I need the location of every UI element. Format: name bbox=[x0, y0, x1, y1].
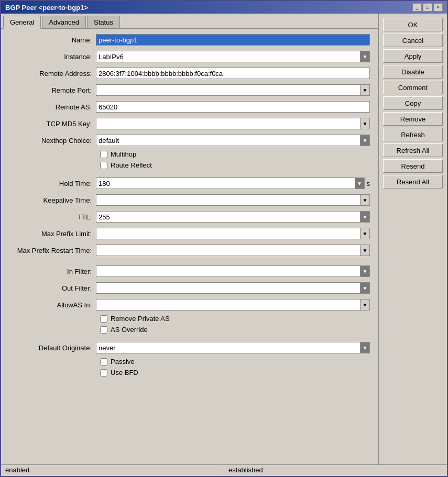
main-window: BGP Peer <peer-to-bgp1> _ □ × General Ad… bbox=[0, 0, 448, 477]
refresh-all-button[interactable]: Refresh All bbox=[383, 143, 443, 157]
tcp-md5-row: TCP MD5 Key: ▼ bbox=[9, 117, 370, 130]
tab-bar: General Advanced Status bbox=[1, 14, 378, 29]
tcp-md5-label: TCP MD5 Key: bbox=[9, 120, 96, 128]
ok-button[interactable]: OK bbox=[383, 18, 443, 31]
ttl-input[interactable] bbox=[96, 211, 360, 223]
as-override-row: AS Override bbox=[9, 326, 370, 334]
remote-address-label: Remote Address: bbox=[9, 70, 96, 77]
use-bfd-checkbox[interactable] bbox=[100, 369, 107, 376]
allowas-row: AllowAS In: ▼ bbox=[9, 298, 370, 312]
route-reflect-checkbox[interactable] bbox=[100, 162, 107, 169]
multihop-label: Multihop bbox=[111, 150, 136, 158]
nexthop-dropdown-btn[interactable]: ▼ bbox=[360, 135, 370, 146]
nexthop-row: Nexthop Choice: ▼ bbox=[9, 134, 370, 147]
instance-row: Instance: ▼ bbox=[9, 50, 370, 63]
max-prefix-restart-dropdown-btn[interactable]: ▼ bbox=[360, 245, 370, 256]
hold-time-unit: s bbox=[367, 180, 370, 187]
ttl-dropdown-btn[interactable]: ▼ bbox=[360, 211, 370, 223]
hold-time-dropdown-btn[interactable]: ▼ bbox=[355, 178, 365, 189]
max-prefix-dropdown-btn[interactable]: ▼ bbox=[360, 228, 370, 239]
out-filter-dropdown-btn[interactable]: ▼ bbox=[360, 282, 370, 294]
minimize-button[interactable]: _ bbox=[412, 3, 422, 12]
remote-as-label: Remote AS: bbox=[9, 103, 96, 111]
tcp-md5-input[interactable] bbox=[96, 118, 360, 129]
keepalive-dropdown-btn[interactable]: ▼ bbox=[360, 194, 370, 206]
remove-private-as-row: Remove Private AS bbox=[9, 315, 370, 323]
tab-advanced[interactable]: Advanced bbox=[42, 16, 86, 28]
refresh-button[interactable]: Refresh bbox=[383, 128, 443, 141]
use-bfd-label: Use BFD bbox=[111, 369, 138, 376]
tcp-md5-wrapper: ▼ bbox=[96, 118, 370, 129]
comment-button[interactable]: Comment bbox=[383, 81, 443, 94]
title-bar: BGP Peer <peer-to-bgp1> _ □ × bbox=[1, 1, 447, 14]
max-prefix-restart-input[interactable] bbox=[96, 245, 360, 256]
in-filter-label: In Filter: bbox=[9, 268, 96, 275]
as-override-checkbox[interactable] bbox=[100, 326, 107, 334]
max-prefix-restart-wrapper: ▼ bbox=[96, 245, 370, 256]
remote-port-wrapper: ▼ bbox=[96, 84, 370, 96]
as-override-label: AS Override bbox=[111, 326, 148, 334]
out-filter-input[interactable] bbox=[96, 282, 360, 294]
close-button[interactable]: × bbox=[433, 3, 443, 12]
remove-button[interactable]: Remove bbox=[383, 112, 443, 126]
instance-dropdown-btn[interactable]: ▼ bbox=[360, 51, 370, 62]
tab-status[interactable]: Status bbox=[87, 16, 120, 28]
hold-time-label: Hold Time: bbox=[9, 180, 96, 187]
hold-time-input[interactable] bbox=[96, 178, 355, 189]
out-filter-wrapper: ▼ bbox=[96, 282, 370, 294]
keepalive-wrapper: ▼ bbox=[96, 194, 370, 206]
maximize-button[interactable]: □ bbox=[423, 3, 432, 12]
resend-button[interactable]: Resend bbox=[383, 159, 443, 173]
remote-port-input[interactable] bbox=[96, 84, 360, 96]
in-filter-input[interactable] bbox=[96, 265, 360, 277]
status-bar: enabled established bbox=[1, 464, 447, 476]
cancel-button[interactable]: Cancel bbox=[383, 34, 443, 47]
ttl-wrapper: ▼ bbox=[96, 211, 370, 223]
name-input[interactable] bbox=[96, 34, 370, 46]
passive-checkbox[interactable] bbox=[100, 358, 107, 365]
multihop-checkbox[interactable] bbox=[100, 151, 107, 158]
hold-time-wrapper: ▼ s bbox=[96, 178, 370, 189]
default-originate-dropdown-btn[interactable]: ▼ bbox=[360, 342, 370, 353]
multihop-row: Multihop bbox=[9, 150, 370, 158]
instance-label: Instance: bbox=[9, 53, 96, 61]
remote-as-input[interactable] bbox=[96, 101, 370, 113]
passive-label: Passive bbox=[111, 358, 135, 365]
disable-button[interactable]: Disable bbox=[383, 65, 443, 79]
resend-all-button[interactable]: Resend All bbox=[383, 175, 443, 188]
default-originate-input[interactable] bbox=[96, 342, 360, 353]
instance-input[interactable] bbox=[96, 51, 360, 62]
max-prefix-label: Max Prefix Limit: bbox=[9, 230, 96, 238]
in-filter-wrapper: ▼ bbox=[96, 265, 370, 277]
remote-as-row: Remote AS: bbox=[9, 100, 370, 114]
remove-private-as-checkbox[interactable] bbox=[100, 315, 107, 323]
right-panel: OK Cancel Apply Disable Comment Copy Rem… bbox=[379, 14, 447, 464]
nexthop-wrapper: ▼ bbox=[96, 135, 370, 146]
remove-private-as-label: Remove Private AS bbox=[111, 315, 170, 323]
left-panel: General Advanced Status Name: Insta bbox=[1, 14, 379, 464]
allowas-input[interactable] bbox=[96, 299, 360, 310]
tab-general[interactable]: General bbox=[3, 16, 41, 29]
max-prefix-input[interactable] bbox=[96, 228, 360, 239]
route-reflect-row: Route Reflect bbox=[9, 161, 370, 169]
name-label: Name: bbox=[9, 36, 96, 44]
allowas-dropdown-btn[interactable]: ▼ bbox=[360, 299, 370, 310]
status-left: enabled bbox=[1, 465, 224, 476]
remote-address-input[interactable] bbox=[96, 68, 370, 79]
tcp-md5-dropdown-btn[interactable]: ▼ bbox=[360, 118, 370, 129]
form-area: Name: Instance: ▼ Remote Address: bbox=[1, 29, 378, 464]
keepalive-input[interactable] bbox=[96, 194, 360, 206]
remote-port-dropdown-btn[interactable]: ▼ bbox=[360, 84, 370, 96]
max-prefix-restart-row: Max Prefix Restart Time: ▼ bbox=[9, 243, 370, 257]
passive-row: Passive bbox=[9, 358, 370, 365]
apply-button[interactable]: Apply bbox=[383, 49, 443, 63]
max-prefix-restart-label: Max Prefix Restart Time: bbox=[9, 247, 96, 254]
copy-button[interactable]: Copy bbox=[383, 96, 443, 110]
ttl-row: TTL: ▼ bbox=[9, 210, 370, 224]
window-controls: _ □ × bbox=[412, 3, 443, 12]
nexthop-label: Nexthop Choice: bbox=[9, 137, 96, 145]
nexthop-input[interactable] bbox=[96, 135, 360, 146]
in-filter-dropdown-btn[interactable]: ▼ bbox=[360, 265, 370, 277]
out-filter-label: Out Filter: bbox=[9, 284, 96, 292]
use-bfd-row: Use BFD bbox=[9, 369, 370, 376]
